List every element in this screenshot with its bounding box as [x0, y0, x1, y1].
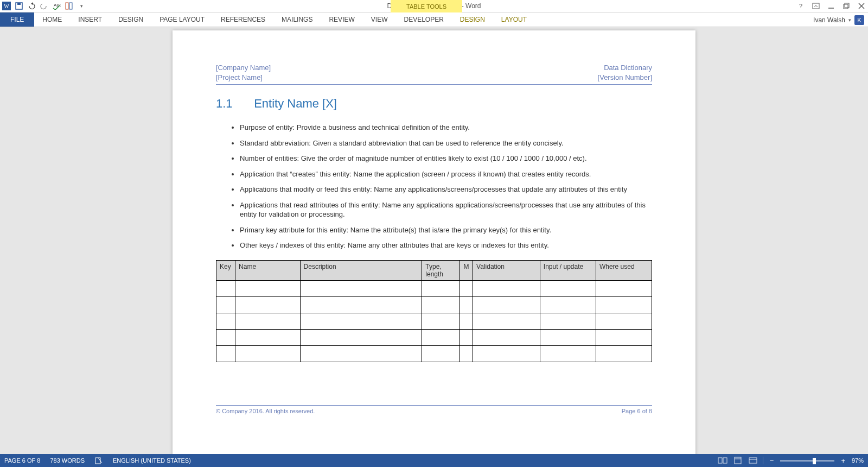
table-cell[interactable]	[235, 346, 301, 362]
list-item: Purpose of entity: Provide a business an…	[240, 123, 652, 132]
close-icon[interactable]	[857, 2, 866, 10]
table-cell[interactable]	[473, 313, 540, 330]
th-type: Type, length	[422, 261, 460, 281]
web-layout-icon[interactable]	[748, 456, 758, 465]
table-row[interactable]	[216, 297, 652, 313]
status-words[interactable]: 783 WORDS	[50, 457, 85, 464]
tab-review[interactable]: REVIEW	[321, 12, 362, 27]
document-area[interactable]: [Company Name] [Project Name] Data Dicti…	[0, 27, 868, 454]
table-cell[interactable]	[460, 297, 473, 313]
table-cell[interactable]	[235, 281, 301, 297]
print-layout-icon[interactable]	[732, 456, 743, 465]
table-cell[interactable]	[235, 297, 301, 313]
table-cell[interactable]	[422, 346, 460, 362]
title-bar: W ABC ▾ Data Dictionary Template - Word …	[0, 0, 868, 12]
table-cell[interactable]	[216, 297, 235, 313]
tab-file[interactable]: FILE	[0, 12, 34, 27]
table-cell[interactable]	[460, 346, 473, 362]
svg-text:W: W	[4, 3, 9, 9]
tab-table-layout[interactable]: LAYOUT	[493, 12, 535, 27]
table-cell[interactable]	[596, 297, 652, 313]
save-icon[interactable]	[15, 2, 23, 10]
tab-table-design[interactable]: DESIGN	[452, 12, 493, 27]
table-split-icon[interactable]	[65, 2, 73, 10]
table-cell[interactable]	[422, 281, 460, 297]
ribbon-display-icon[interactable]	[812, 2, 820, 10]
table-cell[interactable]	[235, 330, 301, 346]
tab-insert[interactable]: INSERT	[70, 12, 110, 27]
table-cell[interactable]	[422, 313, 460, 330]
table-cell[interactable]	[300, 281, 422, 297]
tab-mailings[interactable]: MAILINGS	[273, 12, 321, 27]
project-name: [Project Name]	[216, 73, 263, 81]
header-right: Data Dictionary [Version Number]	[598, 63, 652, 82]
table-row[interactable]	[216, 346, 652, 362]
table-cell[interactable]	[596, 330, 652, 346]
table-cell[interactable]	[235, 313, 301, 330]
th-input-update: Input / update	[540, 261, 596, 281]
zoom-percent[interactable]: 97%	[852, 457, 864, 464]
table-cell[interactable]	[596, 346, 652, 362]
read-mode-icon[interactable]	[717, 456, 728, 465]
table-cell[interactable]	[460, 281, 473, 297]
table-cell[interactable]	[216, 330, 235, 346]
table-row[interactable]	[216, 313, 652, 330]
table-cell[interactable]	[540, 297, 596, 313]
table-cell[interactable]	[300, 346, 422, 362]
customize-qat-icon[interactable]: ▾	[77, 2, 86, 10]
table-cell[interactable]	[473, 281, 540, 297]
tab-developer[interactable]: DEVELOPER	[395, 12, 451, 27]
redo-icon[interactable]	[40, 2, 48, 10]
table-cell[interactable]	[422, 297, 460, 313]
table-cell[interactable]	[300, 330, 422, 346]
table-cell[interactable]	[300, 313, 422, 330]
table-cell[interactable]	[216, 281, 235, 297]
doc-title-field: Data Dictionary	[604, 64, 652, 72]
table-cell[interactable]	[540, 330, 596, 346]
table-row[interactable]	[216, 281, 652, 297]
status-page[interactable]: PAGE 6 OF 8	[4, 457, 40, 464]
company-name: [Company Name]	[216, 64, 271, 72]
svg-rect-5	[66, 3, 68, 9]
table-cell[interactable]	[540, 346, 596, 362]
tab-design[interactable]: DESIGN	[110, 12, 151, 27]
status-language[interactable]: ENGLISH (UNITED STATES)	[113, 457, 191, 464]
svg-rect-6	[69, 3, 72, 9]
user-account[interactable]: Ivan Walsh ▾ K	[813, 12, 864, 27]
minimize-icon[interactable]	[827, 2, 835, 10]
user-name-label: Ivan Walsh	[813, 16, 845, 24]
zoom-out-button[interactable]: −	[768, 457, 776, 465]
table-cell[interactable]	[460, 330, 473, 346]
table-cell[interactable]	[216, 313, 235, 330]
table-cell[interactable]	[300, 297, 422, 313]
table-cell[interactable]	[540, 281, 596, 297]
undo-icon[interactable]	[27, 2, 36, 10]
table-cell[interactable]	[460, 313, 473, 330]
svg-rect-13	[95, 458, 100, 464]
svg-rect-7	[813, 3, 819, 9]
tab-references[interactable]: REFERENCES	[213, 12, 273, 27]
table-cell[interactable]	[540, 313, 596, 330]
footer-left: © Company 2016. All rights reserved.	[216, 408, 315, 414]
spelling-icon[interactable]: ABC	[52, 2, 61, 10]
table-cell[interactable]	[473, 297, 540, 313]
restore-icon[interactable]	[842, 2, 851, 10]
tab-page-layout[interactable]: PAGE LAYOUT	[151, 12, 213, 27]
table-cell[interactable]	[473, 330, 540, 346]
tab-home[interactable]: HOME	[34, 12, 70, 27]
table-cell[interactable]	[216, 346, 235, 362]
proofing-icon[interactable]	[94, 457, 103, 464]
help-icon[interactable]: ?	[796, 2, 805, 10]
table-cell[interactable]	[596, 281, 652, 297]
zoom-slider[interactable]	[780, 460, 834, 462]
table-cell[interactable]	[596, 313, 652, 330]
zoom-in-button[interactable]: +	[839, 457, 847, 465]
tab-view[interactable]: VIEW	[363, 12, 396, 27]
table-cell[interactable]	[422, 330, 460, 346]
table-cell[interactable]	[473, 346, 540, 362]
attributes-table[interactable]: Key Name Description Type, length M Vali…	[216, 260, 652, 362]
page[interactable]: [Company Name] [Project Name] Data Dicti…	[173, 30, 695, 454]
heading: 1.1 Entity Name [X]	[216, 97, 652, 111]
doc-footer: © Company 2016. All rights reserved. Pag…	[216, 405, 652, 414]
table-row[interactable]	[216, 330, 652, 346]
